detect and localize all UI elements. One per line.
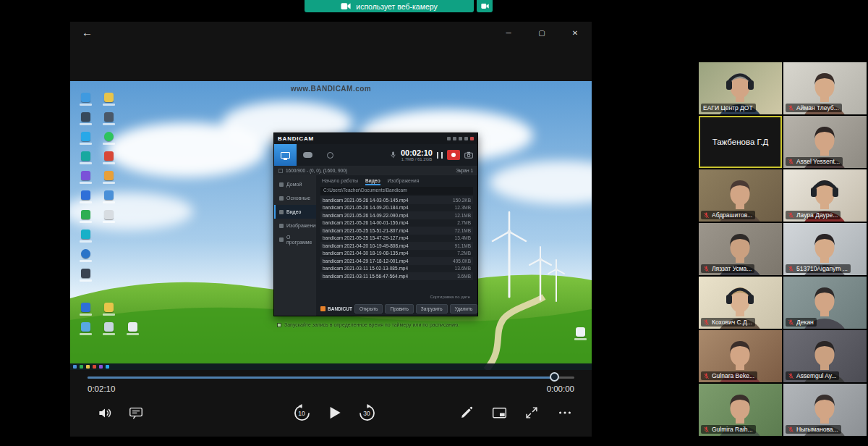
file-row[interactable]: bandicam 2021-03-11 15-56-47-564.mp43.6M…	[320, 272, 473, 280]
bandicut-promo[interactable]: BANDICUT	[320, 306, 352, 311]
bandicam-content-tab[interactable]: Видео	[365, 175, 380, 185]
minimize-button[interactable]: ─	[492, 22, 525, 43]
participant-tile[interactable]: ЕАГИ Центр ДОТ	[699, 62, 782, 114]
desktop-icon[interactable]	[77, 190, 93, 203]
participant-tile[interactable]: Assemgul Ay...	[783, 330, 867, 382]
file-row[interactable]: bandicam 2021-05-25 15-51-21-807.mp472.1…	[320, 227, 473, 235]
desktop-icon[interactable]	[101, 151, 116, 164]
bandicam-footer: BANDICUT ОткрытьПравитьЗагрузитьУдалить	[316, 302, 477, 316]
checkbox[interactable]	[278, 169, 283, 173]
bandicam-action-button[interactable]: Удалить	[450, 304, 478, 314]
forward-30-button[interactable]: 30	[351, 397, 383, 429]
bandicam-nav-item[interactable]: Видео	[274, 205, 316, 219]
subtitles-button[interactable]	[120, 397, 152, 429]
participant-tile[interactable]: Gulmira Raih...	[699, 384, 782, 436]
record-button[interactable]	[447, 150, 460, 160]
volume-button[interactable]	[89, 397, 121, 429]
seek-handle[interactable]	[550, 372, 559, 382]
rewind-10-button[interactable]: 10	[286, 397, 318, 429]
lock-icon[interactable]	[447, 137, 451, 140]
desktop-icon[interactable]	[77, 132, 93, 145]
taskbar-app-icon[interactable]	[106, 365, 109, 369]
desktop-icon[interactable]	[101, 132, 116, 145]
participant-tile[interactable]: Кохович С.Д...	[699, 277, 782, 329]
desktop-icon[interactable]	[101, 190, 116, 203]
file-row[interactable]: bandicam 2021-04-20 10-19-49-808.mp491.1…	[320, 242, 473, 250]
desktop-icon[interactable]	[77, 171, 93, 184]
bandicam-nav-item[interactable]: О программе	[274, 232, 316, 246]
bandicam-action-button[interactable]: Загрузить	[416, 304, 448, 314]
checkbox[interactable]	[277, 323, 281, 327]
settings-icon[interactable]	[453, 137, 456, 140]
pause-button[interactable]	[437, 152, 443, 159]
play-button[interactable]	[318, 397, 350, 429]
participant-tile[interactable]: Айман Тлеуб...	[783, 62, 867, 114]
bandicam-tab-screen-recording[interactable]	[274, 144, 297, 166]
file-row[interactable]: bandicam 2021-05-26 14-09-20-184.mp412.3…	[320, 204, 473, 212]
desktop-icon[interactable]	[77, 269, 93, 282]
desktop-icon[interactable]	[572, 327, 588, 340]
bandicam-content-tab[interactable]: Изображения	[388, 175, 420, 185]
desktop-icon[interactable]	[124, 322, 140, 335]
bandicam-nav-item[interactable]: Изображения	[274, 219, 316, 232]
desktop-icon[interactable]	[77, 230, 93, 243]
back-button[interactable]: ←	[82, 25, 93, 41]
file-row[interactable]: bandicam 2021-04-29 17-18-12-001.mp4495.…	[320, 257, 473, 265]
desktop-icon[interactable]	[77, 112, 93, 125]
file-row[interactable]: bandicam 2021-04-30 18-19-08-135.mp47.2M…	[320, 250, 473, 258]
file-row[interactable]: bandicam 2021-05-26 14-00-01-156.mp42.7M…	[320, 219, 473, 227]
participant-tile[interactable]: 513710Aiganym ...	[783, 223, 867, 275]
file-row[interactable]: bandicam 2021-05-26 14-03-05-145.mp4150.…	[320, 196, 473, 204]
participant-tile[interactable]: Тажбенова Г.Д	[699, 116, 782, 168]
desktop-icon[interactable]	[101, 303, 116, 316]
taskbar-app-icon[interactable]	[86, 365, 90, 369]
file-row[interactable]: bandicam 2021-03-11 15-02-13-085.mp413.6…	[320, 265, 473, 273]
participant-tile[interactable]: Gulnara Beke...	[699, 330, 782, 382]
close-button[interactable]: ✕	[558, 22, 592, 43]
taskbar-app-icon[interactable]	[80, 365, 83, 369]
minimize-icon[interactable]	[464, 137, 468, 140]
participant-tile[interactable]: Декан	[783, 277, 867, 329]
desktop-icon[interactable]	[77, 322, 93, 335]
desktop-icon[interactable]	[77, 210, 93, 223]
maximize-button[interactable]: ▢	[525, 22, 558, 43]
bandicam-nav-item[interactable]: Домой	[274, 177, 316, 191]
taskbar-app-icon[interactable]	[73, 365, 77, 369]
sort-label[interactable]: Сортировка по дате	[316, 295, 477, 302]
desktop-icon[interactable]	[101, 210, 116, 223]
mini-player-button[interactable]	[483, 397, 515, 429]
edit-button[interactable]	[451, 397, 482, 429]
more-options-button[interactable]	[549, 397, 581, 429]
desktop-icon[interactable]	[77, 151, 93, 164]
bandicam-tab-game-recording[interactable]	[297, 144, 319, 166]
output-folder-path[interactable]: C:\Users\Teacher\Documents\Bandicam	[320, 187, 473, 195]
taskbar-app-icon[interactable]	[93, 365, 96, 369]
participant-tile[interactable]: Assel Yessent...	[783, 116, 867, 168]
webcam-banner-badge[interactable]	[477, 0, 493, 12]
participant-tile[interactable]: Лаура Дауре...	[783, 169, 867, 222]
bandicam-action-button[interactable]: Открыть	[354, 304, 383, 314]
desktop-icon[interactable]	[101, 93, 116, 106]
participant-tile[interactable]: Ляззат Усма...	[699, 223, 782, 275]
bandicam-nav-item[interactable]: Основные	[274, 191, 316, 205]
bandicam-content-tab[interactable]: Начало работы	[322, 175, 358, 185]
bandicam-tab-device-recording[interactable]	[319, 144, 341, 166]
participant-tile[interactable]: Абдрашитов...	[699, 169, 782, 222]
help-icon[interactable]	[459, 137, 462, 140]
desktop-icon[interactable]	[101, 112, 116, 125]
screen-selector[interactable]: Экран 1	[456, 168, 473, 173]
desktop-icon[interactable]	[77, 249, 93, 262]
participant-tile[interactable]: Ныгыманова...	[783, 384, 867, 436]
desktop-icon[interactable]	[77, 93, 93, 106]
taskbar-app-icon[interactable]	[99, 365, 103, 369]
file-row[interactable]: bandicam 2021-05-26 14-09-22-090.mp412.1…	[320, 211, 473, 219]
fullscreen-button[interactable]	[516, 397, 548, 429]
screenshot-camera-icon[interactable]	[464, 151, 473, 159]
close-icon[interactable]	[470, 137, 474, 140]
desktop-icon[interactable]	[101, 171, 116, 184]
bandicam-action-button[interactable]: Править	[385, 304, 413, 314]
file-row[interactable]: bandicam 2021-05-25 15-47-29-127.mp413.4…	[320, 235, 473, 243]
desktop-icon[interactable]	[77, 303, 93, 316]
desktop-icon[interactable]	[101, 322, 116, 335]
seek-bar[interactable]	[88, 372, 574, 382]
